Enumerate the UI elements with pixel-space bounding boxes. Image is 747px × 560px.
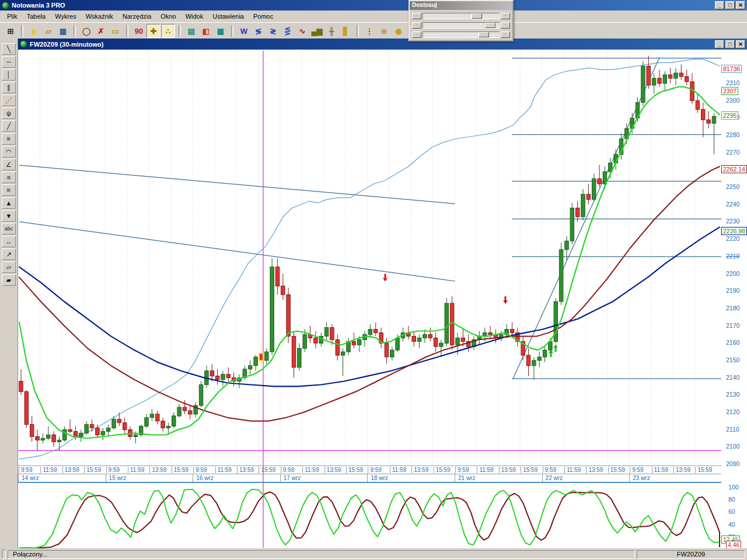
minimize-button[interactable]: _ xyxy=(715,1,724,9)
chart-close-button[interactable]: ✕ xyxy=(736,40,745,48)
line-chart-icon[interactable]: ∿ xyxy=(295,24,309,38)
slider-track-2[interactable] xyxy=(423,22,500,29)
app-logo-icon xyxy=(2,2,9,9)
crosshair-icon[interactable]: ✚ xyxy=(146,24,160,38)
slider-increase-button[interactable]: · xyxy=(501,22,510,29)
price-value-badge: 2262.14 xyxy=(721,165,747,173)
drawing-tools-sidebar: ╲─│∥⋰ψ╱≡◠∠≡≡▲▼abc↔↗▱▰ xyxy=(0,38,18,548)
scale-numbers-icon[interactable]: 90 xyxy=(132,24,146,38)
fibonacci-arcs-tool-icon[interactable]: ◠ xyxy=(2,146,16,158)
close-button[interactable]: ✕ xyxy=(736,1,745,9)
horizontal-resize-tool-icon[interactable]: ↔ xyxy=(2,236,16,247)
price-value-badge: 2295 xyxy=(721,111,738,120)
vertical-line-tool-icon[interactable]: │ xyxy=(2,69,16,80)
price-tick-label: 2220 xyxy=(726,235,739,242)
menu-item-widok[interactable]: Widok xyxy=(181,12,208,21)
chart-alert-icon[interactable]: ◉ xyxy=(392,24,406,38)
text-tool-icon[interactable]: abc xyxy=(2,223,16,235)
toolbar-separator xyxy=(231,25,233,37)
price-tick-label: 2120 xyxy=(726,408,739,415)
new-chart-icon[interactable]: ▮ xyxy=(27,24,41,38)
details-table-icon[interactable]: ▦ xyxy=(214,24,228,38)
connection-status: Połączony... xyxy=(8,550,635,559)
ohlc-bars-icon[interactable]: ╫ xyxy=(324,24,338,38)
pitchfork-tool-icon[interactable]: ψ xyxy=(2,107,16,119)
price-tick-label: 2280 xyxy=(726,131,739,138)
time-label: 15:59 xyxy=(434,467,451,473)
time-label: 13:59 xyxy=(149,467,166,473)
menu-item-narzdzia[interactable]: Narzędzia xyxy=(118,12,156,21)
price-tick-label: 2250 xyxy=(726,183,739,190)
quotes-table-icon[interactable]: ▤ xyxy=(184,24,198,38)
slider-thumb-2[interactable] xyxy=(485,23,495,28)
pointer-tool-icon[interactable]: ↗ xyxy=(2,249,16,260)
menu-item-okno[interactable]: Okno xyxy=(156,12,180,21)
restore-button[interactable]: □ xyxy=(725,1,735,9)
menu-item-ustawienia[interactable]: Ustawienia xyxy=(208,12,249,21)
horizontal-line-tool-icon[interactable]: ─ xyxy=(2,56,16,68)
time-label: 15:59 xyxy=(695,467,712,473)
candlestick-icon[interactable]: ▋ xyxy=(339,24,353,38)
slider-decrease-button[interactable]: · xyxy=(412,13,421,19)
channel-tool-icon[interactable]: ≡ xyxy=(2,133,16,145)
time-label: 11:59 xyxy=(564,467,581,473)
watchlist-icon[interactable]: W xyxy=(237,24,251,38)
zoom-icon[interactable]: ◯ xyxy=(79,24,93,38)
add-marker-icon[interactable]: ⊕ xyxy=(377,24,391,38)
fibonacci-timezones-tool-icon[interactable]: ≡ xyxy=(2,184,16,196)
slider-increase-button[interactable]: · xyxy=(501,13,510,19)
delete-icon[interactable]: ✗ xyxy=(94,24,108,38)
zigzag-down-icon[interactable]: ⋚ xyxy=(281,24,295,38)
slider-track-1[interactable] xyxy=(423,13,500,19)
statusbar: Połączony... FW20Z09 xyxy=(0,548,747,560)
save-icon[interactable]: ▦ xyxy=(56,24,70,38)
arrow-up-marker-tool-icon[interactable]: ▲ xyxy=(2,197,16,209)
eraser-all-tool-icon[interactable]: ▰ xyxy=(2,274,16,286)
oscillator-value-badge: 4.46 xyxy=(726,541,741,548)
menu-item-wykres[interactable]: Wykres xyxy=(50,12,81,21)
mosaic-icon[interactable]: ◧ xyxy=(199,24,213,38)
slider-decrease-button[interactable]: · xyxy=(412,22,421,29)
slider-decrease-button[interactable]: · xyxy=(412,32,421,38)
date-separator xyxy=(542,474,543,482)
slider-thumb-1[interactable] xyxy=(472,13,482,19)
slider-increase-button[interactable]: · xyxy=(501,32,510,38)
time-label: 11:59 xyxy=(652,467,668,473)
slider-thumb-3[interactable] xyxy=(479,32,489,37)
dostosuj-title[interactable]: Dostosuj xyxy=(410,1,512,10)
chart-restore-button[interactable]: □ xyxy=(725,40,735,48)
signal-dots-icon[interactable]: ⋮ xyxy=(362,24,376,38)
fibonacci-retracement-tool-icon[interactable]: ≡ xyxy=(2,172,16,183)
window-grid-icon[interactable]: ⊞ xyxy=(4,24,18,38)
price-tick-label: 2180 xyxy=(726,304,739,312)
histogram-icon[interactable]: ▄▆ xyxy=(310,24,324,38)
trend-line-tool-icon[interactable]: ╲ xyxy=(2,43,16,55)
eraser-tool-icon[interactable]: ▱ xyxy=(2,261,16,273)
time-label: 15:59 xyxy=(346,467,363,473)
time-label: 11:59 xyxy=(215,467,232,473)
menu-item-tabela[interactable]: Tabela xyxy=(22,12,50,21)
ruler-icon[interactable]: ▭ xyxy=(109,24,123,38)
speed-lines-tool-icon[interactable]: ⋰ xyxy=(2,94,16,106)
gann-fan-tool-icon[interactable]: ∠ xyxy=(2,159,16,170)
menubar: PlikTabelaWykresWskaźnikNarzędziaOknoWid… xyxy=(0,10,747,22)
time-label: 13:59 xyxy=(586,467,603,473)
menu-item-pomoc[interactable]: Pomoc xyxy=(249,12,278,21)
ray-tool-icon[interactable]: ╱ xyxy=(2,120,16,132)
zigzag-mid-icon[interactable]: ≷ xyxy=(266,24,280,38)
parallel-lines-tool-icon[interactable]: ∥ xyxy=(2,82,16,93)
zigzag-up-icon[interactable]: ≶ xyxy=(252,24,266,38)
open-folder-icon[interactable]: ▱ xyxy=(41,24,55,38)
slider-track-3[interactable] xyxy=(423,32,500,38)
price-tick-label: 2110 xyxy=(726,426,739,433)
menu-item-plik[interactable]: Plik xyxy=(2,12,22,21)
pattern-dots-icon[interactable]: ∴ xyxy=(161,24,175,38)
pane-splitter[interactable] xyxy=(18,482,747,483)
toolbar-separator xyxy=(357,25,359,37)
menu-item-wskanik[interactable]: Wskaźnik xyxy=(81,12,118,21)
dostosuj-slider-row: ·· xyxy=(412,31,510,38)
arrow-down-marker-tool-icon[interactable]: ▼ xyxy=(2,210,16,222)
date-label: 23 wrz xyxy=(630,475,650,481)
time-label: 9:59 xyxy=(193,467,207,473)
chart-minimize-button[interactable]: _ xyxy=(715,40,724,48)
